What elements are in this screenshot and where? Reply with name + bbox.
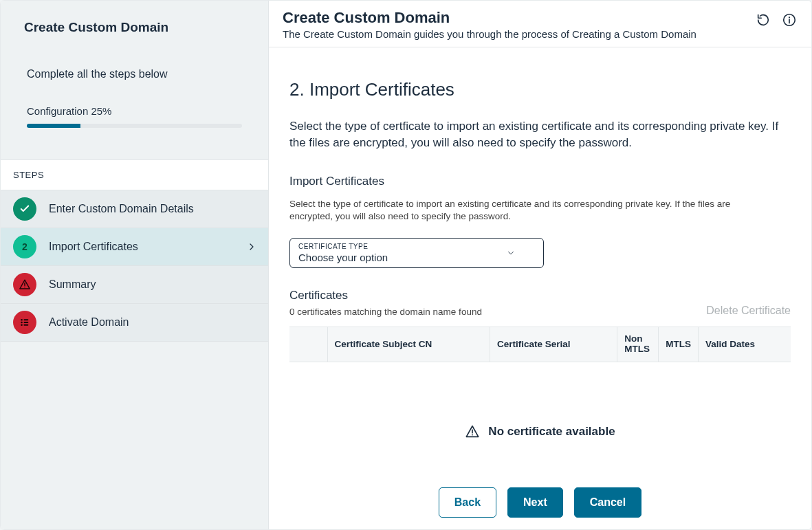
- refresh-button[interactable]: [755, 12, 771, 28]
- step-label: Import Certificates: [49, 241, 235, 253]
- select-value: Choose your option: [298, 252, 535, 263]
- svg-point-3: [21, 322, 23, 324]
- empty-state: No certificate available: [289, 362, 791, 467]
- sidebar-header: Create Custom Domain: [1, 1, 268, 47]
- steps-header: STEPS: [1, 159, 268, 190]
- topbar-text: Create Custom Domain The Create Custom D…: [283, 9, 696, 40]
- certificates-header: Certificates 0 certificates matching the…: [289, 289, 791, 317]
- check-icon: [13, 197, 36, 221]
- certificates-title: Certificates: [289, 289, 482, 302]
- content: 2. Import Certificates Select the type o…: [269, 47, 811, 529]
- step-activate-domain[interactable]: Activate Domain: [1, 304, 268, 342]
- info-icon: [782, 12, 797, 27]
- select-label: CERTIFICATE TYPE: [298, 243, 535, 250]
- delete-certificate-button[interactable]: Delete Certificate: [706, 305, 791, 317]
- import-description: Select the type of certificate to import…: [289, 198, 764, 223]
- col-serial[interactable]: Certificate Serial: [490, 327, 617, 362]
- svg-rect-6: [24, 324, 29, 326]
- certificates-count: 0 certificates matching the domain name …: [289, 307, 482, 317]
- svg-point-5: [21, 324, 23, 326]
- section-heading: 2. Import Certificates: [289, 79, 791, 100]
- progress: Configuration 25%: [1, 105, 268, 128]
- svg-point-1: [21, 319, 23, 321]
- step-label: Enter Custom Domain Details: [49, 203, 256, 215]
- col-checkbox: [289, 327, 327, 362]
- chevron-down-icon: [506, 248, 516, 258]
- col-valid[interactable]: Valid Dates: [699, 327, 791, 362]
- app-frame: Create Custom Domain Complete all the st…: [0, 0, 812, 530]
- import-title: Import Certificates: [289, 175, 791, 188]
- alert-icon: [13, 273, 36, 296]
- svg-point-9: [472, 434, 473, 435]
- progress-label: Configuration 25%: [27, 105, 242, 117]
- col-subject-cn[interactable]: Certificate Subject CN: [327, 327, 490, 362]
- section-description: Select the type of certficate to import …: [289, 118, 791, 151]
- progress-bar: [27, 124, 242, 128]
- wizard-instruction: Complete all the steps below: [1, 68, 268, 80]
- warning-icon: [465, 424, 480, 439]
- certificate-type-select[interactable]: CERTIFICATE TYPE Choose your option: [289, 238, 544, 268]
- progress-fill: [27, 124, 80, 128]
- back-button[interactable]: Back: [439, 487, 496, 518]
- topbar-actions: [755, 12, 798, 28]
- footer: Back Next Cancel: [289, 467, 791, 525]
- empty-text: No certificate available: [488, 425, 615, 439]
- refresh-icon: [756, 12, 771, 27]
- next-button[interactable]: Next: [507, 487, 563, 518]
- page-title: Create Custom Domain: [283, 9, 696, 27]
- step-summary[interactable]: Summary: [1, 266, 268, 304]
- col-mtls[interactable]: MTLS: [659, 327, 699, 362]
- topbar: Create Custom Domain The Create Custom D…: [269, 1, 811, 47]
- step-number-icon: 2: [13, 235, 36, 258]
- svg-point-8: [789, 16, 790, 18]
- step-label: Activate Domain: [49, 316, 256, 329]
- svg-rect-4: [24, 322, 29, 323]
- certificates-table: Certificate Subject CN Certificate Seria…: [289, 327, 791, 362]
- certificates-title-block: Certificates 0 certificates matching the…: [289, 289, 482, 317]
- list-icon: [13, 311, 36, 334]
- step-label: Summary: [49, 278, 256, 291]
- main: Create Custom Domain The Create Custom D…: [269, 1, 811, 529]
- col-non-mtls[interactable]: Non MTLS: [617, 327, 659, 362]
- step-enter-details[interactable]: Enter Custom Domain Details: [1, 190, 268, 228]
- step-import-certificates[interactable]: 2 Import Certificates: [1, 228, 268, 266]
- cancel-button[interactable]: Cancel: [574, 487, 641, 518]
- chevron-right-icon: [248, 241, 256, 253]
- info-button[interactable]: [781, 12, 798, 28]
- sidebar: Create Custom Domain Complete all the st…: [1, 1, 269, 529]
- page-subtitle: The Create Custom Domain guides you thro…: [283, 28, 696, 40]
- svg-rect-2: [24, 319, 29, 320]
- wizard-title: Create Custom Domain: [24, 20, 245, 35]
- svg-point-0: [24, 287, 25, 288]
